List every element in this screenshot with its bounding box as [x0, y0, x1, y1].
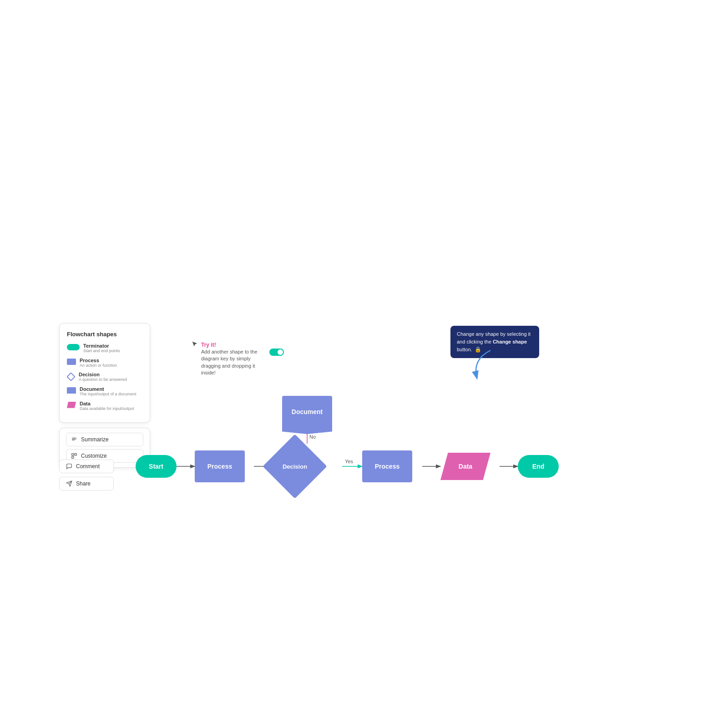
flowchart-area: Yes No Start Process Decision Process Da… — [127, 396, 673, 514]
svg-rect-0 — [72, 454, 74, 455]
legend-title: Flowchart shapes — [67, 331, 142, 338]
comment-button[interactable]: Comment — [59, 460, 114, 473]
legend-desc-process: An action or function — [80, 363, 117, 369]
try-it-label: Try it! — [201, 342, 216, 348]
try-it-toggle[interactable] — [269, 349, 284, 356]
legend-label-document: Document — [80, 386, 136, 392]
process1-label: Process — [207, 463, 232, 470]
legend-label-data: Data — [80, 401, 134, 406]
svg-rect-2 — [72, 456, 74, 458]
data-label: Data — [459, 463, 472, 470]
summarize-icon — [71, 436, 77, 443]
data-icon — [67, 402, 76, 408]
process-icon — [67, 359, 76, 365]
tooltip-text: Change any shape by selecting it and cli… — [457, 331, 531, 352]
share-button[interactable]: Share — [59, 477, 114, 490]
cursor-icon — [191, 340, 198, 348]
legend-desc-terminator: Start and end points — [83, 349, 120, 354]
svg-text:Yes: Yes — [345, 459, 353, 464]
legend-desc-data: Data available for input/output — [80, 406, 134, 412]
process1-node[interactable]: Process — [195, 450, 245, 482]
document-label: Document — [292, 408, 323, 415]
document-node[interactable]: Document — [282, 396, 332, 428]
share-icon — [66, 480, 72, 487]
start-node[interactable]: Start — [136, 455, 177, 478]
summarize-label: Summarize — [81, 436, 109, 443]
legend-item-process: Process An action or function — [67, 358, 142, 369]
tooltip-box: Change any shape by selecting it and cli… — [450, 326, 539, 358]
tooltip-emoji: 🔒 — [475, 346, 481, 353]
document-icon — [67, 387, 76, 394]
legend-label-decision: Decision — [79, 372, 127, 377]
svg-text:No: No — [309, 434, 316, 440]
end-label: End — [532, 463, 544, 470]
legend-item-terminator: Terminator Start and end points — [67, 343, 142, 354]
svg-rect-1 — [75, 454, 76, 455]
comment-label: Comment — [76, 463, 100, 470]
try-it-text: Add another shape to the diagram key by … — [201, 349, 265, 377]
legend-label-process: Process — [80, 358, 117, 363]
process2-label: Process — [375, 463, 399, 470]
decision-node[interactable]: Decision — [272, 444, 318, 489]
process2-node[interactable]: Process — [362, 450, 412, 482]
decision-icon — [67, 373, 75, 381]
try-it-callout: Try it! Add another shape to the diagram… — [191, 340, 284, 377]
extra-buttons: Comment Share — [59, 460, 114, 490]
terminator-icon — [67, 344, 80, 350]
customize-icon — [71, 453, 77, 459]
customize-label: Customize — [81, 453, 107, 459]
data-node[interactable]: Data — [440, 453, 490, 480]
legend-desc-decision: A question to be answered — [79, 377, 127, 383]
legend-item-decision: Decision A question to be answered — [67, 372, 142, 383]
decision-label: Decision — [283, 463, 307, 470]
tooltip-container: 💡 Change any shape by selecting it and c… — [450, 326, 539, 358]
end-node[interactable]: End — [518, 455, 559, 478]
start-label: Start — [149, 463, 163, 470]
share-label: Share — [76, 480, 91, 487]
comment-icon — [66, 463, 72, 470]
legend-label-terminator: Terminator — [83, 343, 120, 349]
